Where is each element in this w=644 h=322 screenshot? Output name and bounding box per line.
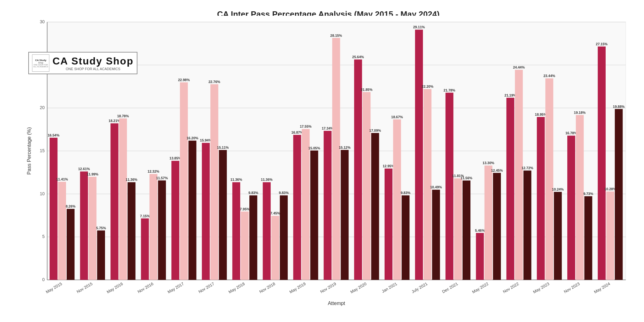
svg-rect-62 <box>232 182 240 280</box>
svg-rect-101 <box>402 195 409 280</box>
svg-text:27.15%: 27.15% <box>596 42 608 46</box>
svg-rect-129 <box>524 170 531 280</box>
svg-rect-20 <box>50 138 58 280</box>
svg-text:21.78%: 21.78% <box>444 88 456 92</box>
svg-rect-113 <box>454 178 462 280</box>
svg-rect-78 <box>302 129 310 280</box>
svg-text:Attempt: Attempt <box>328 301 345 306</box>
svg-text:28.15%: 28.15% <box>330 34 342 37</box>
logo-box: CA Study Shop ONE SHOP FOR ALL ACADEMICS… <box>28 52 137 74</box>
svg-text:25.64%: 25.64% <box>352 55 364 59</box>
svg-rect-134 <box>545 78 553 280</box>
svg-rect-115 <box>463 180 470 280</box>
svg-rect-148 <box>606 192 614 280</box>
svg-text:29.11%: 29.11% <box>413 25 425 29</box>
chart-container: CA Inter Pass Percentage Analysis (May 2… <box>0 0 644 322</box>
svg-text:0: 0 <box>42 277 45 282</box>
svg-text:11.56%: 11.56% <box>461 176 473 180</box>
svg-rect-57 <box>210 84 218 280</box>
svg-text:17.55%: 17.55% <box>300 125 312 128</box>
svg-rect-85 <box>332 38 340 280</box>
svg-text:10: 10 <box>40 191 45 196</box>
svg-text:15.94%: 15.94% <box>200 138 212 142</box>
svg-text:21.19%: 21.19% <box>504 93 516 97</box>
svg-text:10.28%: 10.28% <box>604 187 616 191</box>
svg-rect-125 <box>506 98 514 280</box>
svg-rect-118 <box>476 233 484 280</box>
svg-text:17.09%: 17.09% <box>369 129 381 132</box>
svg-rect-90 <box>354 59 362 280</box>
svg-text:16.87%: 16.87% <box>291 130 303 134</box>
svg-text:13.85%: 13.85% <box>169 156 181 160</box>
logo-name: CA Study Shop <box>53 55 134 67</box>
svg-text:15.11%: 15.11% <box>217 146 229 149</box>
svg-rect-31 <box>97 230 105 280</box>
svg-rect-120 <box>485 165 492 280</box>
svg-text:11.57%: 11.57% <box>156 176 168 180</box>
svg-text:5.75%: 5.75% <box>96 226 106 230</box>
logo-tagline: ONE SHOP FOR ALL ACADEMICS <box>53 67 134 71</box>
svg-rect-146 <box>598 47 606 280</box>
svg-rect-139 <box>567 136 575 280</box>
svg-text:9.83%: 9.83% <box>279 191 289 195</box>
svg-text:15: 15 <box>40 148 45 153</box>
svg-text:12.45%: 12.45% <box>491 169 503 172</box>
svg-rect-104 <box>415 30 423 280</box>
svg-text:22.20%: 22.20% <box>422 85 434 88</box>
svg-text:18.78%: 18.78% <box>117 114 129 118</box>
svg-rect-143 <box>584 196 592 280</box>
svg-rect-55 <box>202 143 210 280</box>
svg-rect-106 <box>424 89 431 280</box>
svg-rect-92 <box>363 92 370 280</box>
svg-rect-108 <box>432 190 440 280</box>
svg-rect-41 <box>141 219 149 280</box>
svg-text:24.44%: 24.44% <box>513 65 525 69</box>
svg-rect-132 <box>537 117 545 280</box>
svg-rect-50 <box>180 82 188 280</box>
svg-rect-29 <box>89 177 97 280</box>
svg-text:12.32%: 12.32% <box>147 169 159 173</box>
svg-rect-83 <box>324 131 331 280</box>
svg-text:11.36%: 11.36% <box>126 178 138 181</box>
svg-text:10.24%: 10.24% <box>552 187 564 191</box>
svg-text:22.76%: 22.76% <box>208 80 220 84</box>
svg-rect-22 <box>58 182 66 280</box>
svg-rect-52 <box>188 141 196 280</box>
svg-text:18.21%: 18.21% <box>108 119 120 123</box>
svg-text:23.44%: 23.44% <box>543 74 555 78</box>
svg-text:21.85%: 21.85% <box>361 88 373 92</box>
svg-rect-38 <box>128 182 136 280</box>
svg-text:10.49%: 10.49% <box>430 185 442 189</box>
svg-text:16.78%: 16.78% <box>565 131 577 135</box>
svg-rect-76 <box>293 135 301 280</box>
svg-rect-69 <box>263 182 271 280</box>
svg-text:30: 30 <box>40 19 45 24</box>
svg-rect-45 <box>158 180 166 280</box>
svg-text:19.18%: 19.18% <box>574 111 586 114</box>
svg-rect-94 <box>371 133 379 280</box>
svg-text:18.67%: 18.67% <box>391 115 403 119</box>
logo-icon: CA Study Shop ONE SHOP FOR ALL ACADEMICS <box>32 54 49 72</box>
svg-text:7.95%: 7.95% <box>240 207 250 211</box>
svg-text:5: 5 <box>42 234 45 239</box>
svg-text:7.15%: 7.15% <box>140 214 150 218</box>
svg-text:8.26%: 8.26% <box>66 204 75 208</box>
svg-text:15.12%: 15.12% <box>339 146 351 149</box>
svg-text:22.98%: 22.98% <box>178 78 190 82</box>
svg-text:12.61%: 12.61% <box>78 167 90 171</box>
svg-rect-48 <box>171 161 179 280</box>
svg-rect-27 <box>80 171 88 280</box>
svg-text:16.20%: 16.20% <box>186 136 198 140</box>
svg-text:13.30%: 13.30% <box>483 161 495 165</box>
svg-rect-150 <box>615 109 623 280</box>
svg-rect-66 <box>249 195 257 280</box>
svg-text:9.83%: 9.83% <box>401 191 410 195</box>
svg-rect-43 <box>149 174 157 280</box>
svg-text:12.72%: 12.72% <box>522 166 534 170</box>
svg-text:11.41%: 11.41% <box>56 177 68 181</box>
svg-rect-80 <box>310 151 318 280</box>
svg-rect-97 <box>385 169 392 280</box>
svg-text:19.88%: 19.88% <box>613 105 625 108</box>
svg-text:11.36%: 11.36% <box>261 178 273 181</box>
svg-text:20: 20 <box>40 105 45 110</box>
